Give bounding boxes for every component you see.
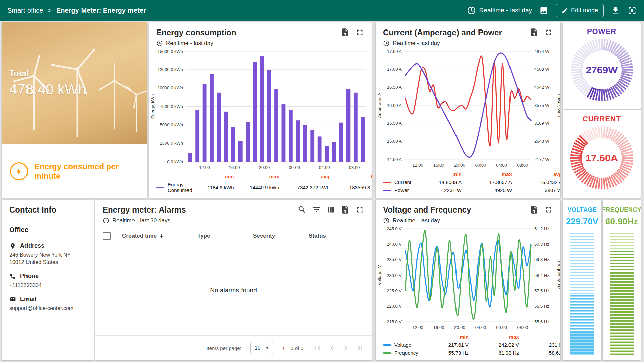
power-gauge-title: POWER bbox=[587, 27, 616, 36]
current-power-chart[interactable]: 17.50 A4974 W17.00 A4508 W16.50 A4042 W1… bbox=[376, 47, 560, 171]
svg-text:2177 W: 2177 W bbox=[534, 157, 550, 162]
svg-text:3109 W: 3109 W bbox=[534, 121, 550, 126]
voltage-level-bar bbox=[570, 233, 594, 355]
column-status[interactable]: Status bbox=[309, 233, 364, 239]
email-row: Email bbox=[9, 296, 86, 303]
current-power-timewindow: Realtime - last day bbox=[393, 40, 440, 47]
next-page-button[interactable] bbox=[340, 342, 352, 354]
fullscreen-icon[interactable] bbox=[355, 205, 364, 214]
edit-mode-button[interactable]: Edit mode bbox=[556, 4, 604, 17]
fullscreen-icon[interactable] bbox=[544, 28, 553, 37]
email-value[interactable]: support@office-center.com bbox=[9, 305, 86, 312]
voltage-gauge-title: VOLTAGE bbox=[568, 206, 597, 214]
legend-series-current[interactable]: Current bbox=[383, 179, 411, 185]
svg-text:00:00: 00:00 bbox=[496, 325, 507, 330]
column-created-time[interactable]: Created time bbox=[122, 233, 197, 239]
current-gauge-card: CURRENT 17.60A bbox=[563, 110, 641, 198]
svg-text:00:00: 00:00 bbox=[475, 163, 486, 168]
legend-series-voltage[interactable]: Voltage bbox=[383, 342, 418, 348]
total-value: 478.40 kWh bbox=[9, 81, 86, 98]
fullscreen-icon[interactable] bbox=[544, 205, 553, 214]
fullscreen-icon[interactable] bbox=[355, 28, 364, 37]
energy-consumption-card: Energy consumption Realtime - last day 1… bbox=[149, 22, 372, 198]
svg-text:2500.0 kWh: 2500.0 kWh bbox=[160, 141, 183, 146]
svg-text:16.50 A: 16.50 A bbox=[387, 85, 402, 90]
export-icon[interactable] bbox=[341, 205, 350, 214]
select-all-checkbox[interactable] bbox=[103, 232, 111, 240]
svg-text:4508 W: 4508 W bbox=[534, 67, 550, 72]
legend-total-header: total bbox=[330, 174, 372, 179]
voltage-frequency-timewindow: Realtime - last day bbox=[393, 217, 440, 224]
voltage-frequency-chart[interactable]: 245.0 V61.2 Hz240.0 V60.3 Hz235.0 V59.3 … bbox=[376, 225, 560, 333]
svg-text:0.0 kWh: 0.0 kWh bbox=[167, 159, 183, 164]
energy-total-value: 183559.3 kWh bbox=[330, 185, 372, 190]
power-gauge-card: POWER 2769W bbox=[563, 22, 641, 109]
svg-text:3575 W: 3575 W bbox=[534, 103, 550, 108]
phone-row: Phone bbox=[9, 273, 86, 280]
breadcrumb-root[interactable]: Smart office bbox=[7, 7, 43, 14]
legend-series-power[interactable]: Power bbox=[383, 187, 411, 193]
envelope-icon bbox=[9, 296, 16, 302]
alarms-title: Energy meter: Alarms bbox=[103, 205, 186, 215]
svg-text:12500.0 kWh: 12500.0 kWh bbox=[157, 67, 183, 72]
pencil-icon bbox=[561, 7, 568, 14]
svg-text:15000.0 kWh: 15000.0 kWh bbox=[157, 49, 183, 54]
svg-text:20:00: 20:00 bbox=[454, 163, 465, 168]
legend-series-energy[interactable]: Energy Consumed bbox=[156, 182, 192, 193]
legend-series-frequency[interactable]: Frequency bbox=[383, 350, 418, 356]
svg-text:16:00: 16:00 bbox=[229, 165, 240, 170]
last-page-button[interactable] bbox=[354, 342, 366, 354]
timewindow-button[interactable]: Realtime - last day bbox=[467, 6, 532, 15]
svg-text:08:00: 08:00 bbox=[517, 325, 528, 330]
export-icon[interactable] bbox=[341, 28, 350, 37]
svg-text:225.0 V: 225.0 V bbox=[387, 288, 402, 293]
svg-text:15.50 A: 15.50 A bbox=[387, 121, 402, 126]
filter-icon[interactable] bbox=[312, 205, 321, 214]
columns-icon[interactable] bbox=[326, 205, 335, 214]
svg-text:56.5 Hz: 56.5 Hz bbox=[534, 304, 549, 309]
phone-value: +1112223334 bbox=[9, 282, 86, 289]
energy-consumption-timewindow: Realtime - last day bbox=[166, 40, 213, 47]
voltage-gauge-card: VOLTAGE 229.70V bbox=[563, 200, 601, 360]
legend-max-header: max bbox=[234, 174, 279, 179]
energy-consumption-chart[interactable]: 15000.0 kWh12500.0 kWh10000.0 kWh7500.0 … bbox=[149, 47, 372, 173]
image-gallery-icon[interactable] bbox=[539, 6, 548, 15]
svg-text:15.00 A: 15.00 A bbox=[387, 139, 402, 144]
svg-text:245.0 V: 245.0 V bbox=[387, 226, 402, 231]
first-page-button[interactable] bbox=[312, 342, 323, 354]
export-icon[interactable] bbox=[530, 205, 539, 214]
frequency-level-bar bbox=[610, 233, 634, 355]
energy-min-value: 1184.9 kWh bbox=[192, 185, 234, 190]
svg-text:12:00: 12:00 bbox=[412, 163, 423, 168]
sort-desc-icon bbox=[159, 233, 164, 239]
svg-text:00:00: 00:00 bbox=[289, 165, 300, 170]
phone-icon bbox=[9, 273, 16, 280]
column-severity[interactable]: Severity bbox=[253, 233, 309, 239]
svg-text:Frequency, Hz: Frequency, Hz bbox=[557, 261, 560, 289]
alarms-table-footer: Items per page: 10 ▼ 1 – 0 of 0 bbox=[95, 335, 372, 360]
energy-consumption-title: Energy consumption bbox=[156, 28, 236, 37]
previous-page-button[interactable] bbox=[326, 342, 337, 354]
energy-avg-value: 7342.372 kWh bbox=[279, 185, 330, 190]
fit-screen-icon[interactable] bbox=[628, 6, 637, 15]
timewindow-label: Realtime - last day bbox=[479, 7, 532, 14]
address-row: Address bbox=[9, 242, 86, 249]
svg-text:20:00: 20:00 bbox=[259, 165, 270, 170]
svg-text:5000.0 kWh: 5000.0 kWh bbox=[160, 122, 183, 127]
download-icon[interactable] bbox=[611, 6, 620, 15]
svg-text:7500.0 kWh: 7500.0 kWh bbox=[160, 104, 183, 109]
items-per-page-select[interactable]: 10 ▼ bbox=[250, 342, 274, 354]
series-marker bbox=[156, 187, 164, 188]
svg-text:17.50 A: 17.50 A bbox=[387, 49, 402, 54]
svg-text:57.5 Hz: 57.5 Hz bbox=[534, 288, 549, 293]
breadcrumb: Smart office > Energy Meter: Energy mete… bbox=[7, 7, 146, 14]
search-icon[interactable] bbox=[298, 205, 307, 214]
svg-text:58.4 Hz: 58.4 Hz bbox=[534, 273, 549, 278]
series-marker bbox=[383, 190, 391, 191]
export-icon[interactable] bbox=[530, 28, 539, 37]
column-type[interactable]: Type bbox=[197, 233, 253, 239]
current-power-card: Current (Amperage) and Power Realtime - … bbox=[376, 22, 560, 198]
edit-mode-label: Edit mode bbox=[571, 7, 598, 14]
svg-text:55.6 Hz: 55.6 Hz bbox=[534, 319, 549, 324]
legend-min-header: min bbox=[192, 174, 234, 179]
